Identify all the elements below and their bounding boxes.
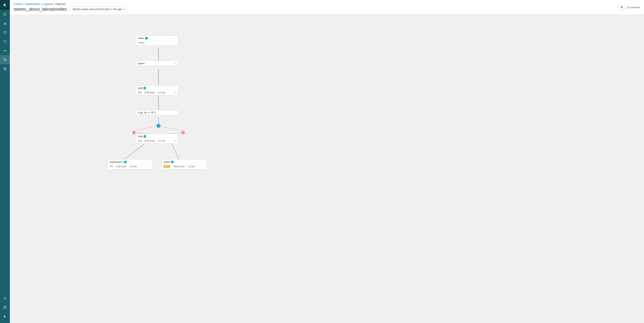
node-grok-header: grok i [136,86,178,91]
refresh-interval: 10 seconds [627,6,640,9]
version-dropdown[interactable]: Version active now and first seen 1 min … [70,6,128,12]
sidebar: K [0,0,10,323]
svg-marker-13 [4,315,6,318]
node-elasticsearch-header: elasticsearch i [108,159,152,164]
elasticsearch-ms: 6.26 ms/e [116,165,126,168]
breadcrumb-logstash[interactable]: Logstash [43,3,53,6]
svg-point-7 [4,68,6,69]
node-stdout[interactable]: stdout i 86% 78.82 ms/e 1.6 e/s ○ [162,159,207,169]
twitter-rate: 6.0e/s [138,41,144,44]
sidebar-item-user[interactable] [0,294,10,303]
svg-rect-2 [4,24,4,25]
pipeline-connections [10,15,644,323]
node-twitter-label: twitter [138,37,144,40]
node-queue-header: queue ≡ [136,61,178,66]
breadcrumb-pipelines: Pipelines [55,3,66,6]
svg-point-8 [4,297,6,298]
twitter-info-icon[interactable]: i [145,37,148,40]
svg-line-18 [134,126,158,131]
stdout-ms: 78.82 ms/e [173,165,185,168]
svg-point-1 [4,14,6,15]
sidebar-item-devtools[interactable] [0,46,10,55]
version-label: Version active now and first seen 1 min … [72,8,122,11]
twitter-right-icon: i [176,37,176,40]
stdout-rate: 1.6 e/s [188,165,195,168]
sidebar-item-dashboard[interactable] [0,28,10,37]
stdout-right-icon: ○ [203,165,204,168]
stdout-pct-badge: 86% [164,165,170,168]
sidebar-item-shield[interactable] [0,37,10,46]
page-title: tweets_about_labradoodles [14,7,67,12]
queue-right-icon: ≡ [175,62,176,65]
node-drop[interactable]: drop i 1% 0.09 ms/e 8.7 e/s ▾ [136,134,178,144]
pause-button[interactable]: ⏸ [618,5,625,10]
grok-right-icon: ▾ [175,91,176,94]
header-group: Clusters / elasticsearch / Logstash / Pi… [14,3,128,12]
breadcrumb-sep3: / [54,3,55,6]
svg-point-6 [4,50,6,51]
breadcrumb: Clusters / elasticsearch / Logstash / Pi… [14,3,128,6]
connector-t-label: T [158,125,159,127]
connector-f-left-label: F [133,132,134,134]
node-twitter-header: twitter i i [136,36,178,41]
grok-info-icon[interactable]: i [143,87,146,90]
breadcrumb-elasticsearch[interactable]: elasticsearch [26,3,40,6]
connector-f-right-label: F [182,132,184,134]
drop-pct: 1% [138,140,141,142]
svg-line-23 [171,143,179,160]
drop-rate: 8.7 e/s [158,140,165,142]
sidebar-item-monitoring[interactable] [0,55,10,64]
node-drop-header: drop i [136,134,178,139]
node-drop-label: drop [138,135,143,138]
logo[interactable]: K [0,0,10,10]
node-if[interactable]: if ([is_rt] == "RT") ᵥ [136,110,178,115]
node-queue-label: queue [138,62,144,65]
node-stdout-header: stdout i [162,159,206,164]
elasticsearch-info-icon[interactable]: i [124,161,127,163]
node-stdout-label: stdout [164,161,170,163]
breadcrumb-sep1: / [24,3,25,6]
node-grok-body: 0% 0.08 ms/e 6.0 e/s ▾ [136,91,178,95]
if-right-icon: ᵥ [175,112,176,114]
topbar-left: Clusters / elasticsearch / Logstash / Pi… [14,3,128,12]
elasticsearch-rate: 1.6 e/s [130,165,137,168]
grok-rate: 6.0 e/s [158,91,165,94]
topbar-right: ⏸ 10 seconds [618,5,640,10]
pipeline-canvas[interactable]: twitter i i 6.0e/s queue ≡ grok i 0% 0.0 [10,15,644,323]
drop-info-icon[interactable]: i [144,135,146,138]
node-if-header: if ([is_rt] == "RT") ᵥ [136,110,178,115]
sidebar-bottom [0,294,10,323]
elasticsearch-right-icon: ○ [149,165,150,168]
svg-rect-3 [5,23,5,25]
sidebar-item-docs[interactable] [0,303,10,312]
sidebar-item-discover[interactable] [0,10,10,19]
node-elasticsearch-label: elasticsearch [110,161,123,163]
node-grok[interactable]: grok i 0% 0.08 ms/e 6.0 e/s ▾ [136,85,178,95]
elasticsearch-pct: 7% [110,165,113,168]
dropdown-arrow-icon: ▾ [124,8,125,11]
node-grok-label: grok [138,87,142,90]
topbar: Clusters / elasticsearch / Logstash / Pi… [10,0,644,15]
node-queue[interactable]: queue ≡ [136,61,178,66]
sidebar-item-settings[interactable] [0,64,10,73]
node-elasticsearch[interactable]: elasticsearch i 7% 6.26 ms/e 1.6 e/s ○ [107,159,152,169]
connector-false-left: F [132,131,136,135]
breadcrumb-clusters[interactable]: Clusters [14,3,23,6]
node-twitter-body: 6.0e/s [136,41,178,45]
drop-ms: 0.09 ms/e [144,140,155,142]
connector-false-right: F [181,131,185,135]
drop-right-icon: ▾ [175,140,176,142]
breadcrumb-sep2: / [41,3,42,6]
node-elasticsearch-body: 7% 6.26 ms/e 1.6 e/s ○ [108,164,152,169]
sidebar-item-play[interactable] [0,312,10,321]
grok-pct: 0% [138,91,141,94]
grok-ms: 0.08 ms/e [144,91,155,94]
node-stdout-body: 86% 78.82 ms/e 1.6 e/s ○ [162,164,206,169]
svg-line-19 [158,126,183,131]
node-twitter[interactable]: twitter i i 6.0e/s [136,36,178,46]
stdout-info-icon[interactable]: i [171,161,174,163]
svg-rect-4 [6,23,6,25]
sidebar-item-visualize[interactable] [0,19,10,28]
node-if-label: if ([is_rt] == "RT") [138,111,156,114]
connector-true: T [156,124,160,128]
